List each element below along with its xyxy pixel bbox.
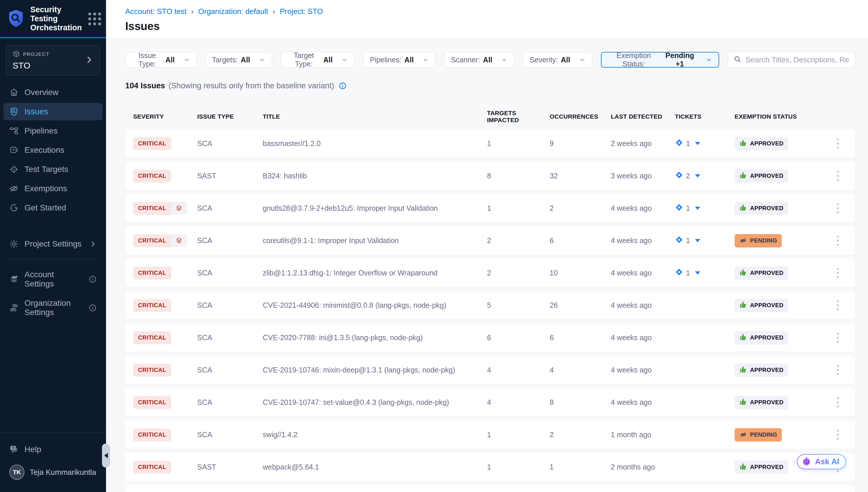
kebab-menu-icon [835,298,841,313]
breadcrumb-project-link[interactable]: Project: STO [280,7,323,16]
row-menu-button[interactable] [827,169,848,183]
chevron-down-icon [184,56,190,63]
user-menu[interactable]: TK Teja Kummarikuntla [3,460,103,485]
get-started-icon [9,203,19,213]
filter-target-type[interactable]: Target Type: All [281,52,354,68]
sidebar-item-label: Project Settings [24,239,82,249]
thumbs-up-icon [739,398,747,407]
filter-pipelines[interactable]: Pipelines: All [363,52,436,68]
table-row[interactable]: CRITICAL SCA zlib@1:1.2.13.dfsg-1: Integ… [125,259,855,287]
table-row[interactable]: CRITICAL SAST django@1.2 1 22 2 months a… [125,485,855,492]
table-row[interactable]: CRITICAL SCA gnutls28@3.7.9-2+deb12u5: I… [125,194,855,222]
issue-type: SCA [197,237,263,245]
issue-title: B324: hashlib [263,172,487,180]
sidebar-item-project-settings[interactable]: Project Settings [3,235,103,253]
jira-ticket-dropdown[interactable]: 1 [675,236,700,246]
chevron-right-icon [89,240,97,248]
sidebar-header: Security Testing Orchestration [0,0,106,38]
sidebar-item-help[interactable]: ? Help [3,441,103,458]
occurrences: 8 [550,398,611,407]
table-row[interactable]: CRITICAL SCA bassmaster//1.2.0 1 9 2 wee… [125,129,855,158]
table-row[interactable]: CRITICAL SAST B324: hashlib 8 32 3 weeks… [125,162,855,190]
row-menu-button[interactable] [827,136,848,151]
table-row[interactable]: CRITICAL SCA coreutils@9.1-1: Improper I… [125,226,855,255]
occurrences: 6 [550,334,611,342]
sidebar-item-account-settings[interactable]: Account Settings [3,266,103,293]
column-header-severity: SEVERITY [133,113,197,120]
sidebar-item-executions[interactable]: Executions [3,141,103,159]
exemption-status-badge: APPROVED [735,299,788,312]
filter-bar: Issue Type: All Targets: All Target Type… [125,52,855,68]
sidebar-item-overview[interactable]: Overview [3,84,103,101]
app-title: Security Testing Orchestration [30,5,82,32]
filter-scanner[interactable]: Scanner: All [444,52,514,68]
row-menu-button[interactable] [827,330,848,345]
table-row[interactable]: CRITICAL SCA swig//1.4.2 1 2 1 month ago… [125,421,855,449]
sto-shield-logo-icon [7,9,25,29]
breadcrumb-organization-link[interactable]: Organization: default [199,7,268,16]
project-selector[interactable]: PROJECT STO [6,45,100,75]
ask-ai-button[interactable]: Ask AI [797,454,846,469]
breadcrumb-separator: › [191,7,194,16]
sidebar-item-label: Get Started [24,203,66,213]
sidebar-item-pipelines[interactable]: Pipelines [3,122,103,140]
ticket-count: 1 [686,269,690,277]
sidebar-item-exemptions[interactable]: Exemptions [3,180,103,197]
row-menu-button[interactable] [827,201,848,216]
sidebar-item-issues[interactable]: Issues [3,103,103,120]
jira-ticket-dropdown[interactable]: 1 [675,268,700,278]
ticket-count: 1 [686,204,690,213]
row-menu-button[interactable] [827,427,848,442]
test-targets-icon [9,165,19,174]
sidebar-item-organization-settings[interactable]: Organization Settings [3,294,103,321]
exemption-status-badge: APPROVED [735,364,788,377]
sidebar-collapse-button[interactable] [102,444,110,468]
jira-ticket-dropdown[interactable]: 1 [675,139,700,149]
table-row[interactable]: CRITICAL SCA CVE-2019-10747: set-value@0… [125,388,855,417]
results-summary: 104 Issues (Showing results only from th… [125,81,855,90]
module-grid-icon[interactable] [87,11,102,26]
sidebar-item-get-started[interactable]: Get Started [3,199,103,217]
filter-exemption-status[interactable]: Exemption Status: Pending +1 [601,52,719,68]
info-icon[interactable] [339,82,347,90]
row-menu-button[interactable] [827,363,848,377]
row-menu-button[interactable] [827,266,848,280]
table-row[interactable]: CRITICAL SAST webpack@5.64.1 1 1 2 month… [125,453,855,481]
exemption-status-label: PENDING [750,432,777,438]
project-name: STO [12,60,85,71]
issue-type: SAST [197,172,263,180]
targets-impacted: 1 [487,430,550,439]
filter-issue-type[interactable]: Issue Type: All [125,52,196,68]
last-detected: 4 weeks ago [611,204,675,213]
occurrences: 10 [550,269,611,277]
breadcrumb-account-link[interactable]: Account: STO test [125,7,187,16]
table-row[interactable]: CRITICAL SCA CVE-2021-44906: minimist@0.… [125,291,855,319]
exemption-status-label: APPROVED [750,302,784,309]
chevron-down-icon [695,142,700,145]
severity-badge: CRITICAL [133,267,171,279]
chevron-down-icon [341,56,348,63]
exemption-status-label: APPROVED [750,140,784,147]
filter-targets[interactable]: Targets: All [205,52,272,68]
jira-ticket-dropdown[interactable]: 1 [675,203,700,213]
targets-impacted: 1 [487,139,550,148]
sidebar-item-label: Organization Settings [24,298,83,317]
table-row[interactable]: CRITICAL SCA CVE-2020-7788: ini@1.3.5 (l… [125,323,855,352]
jira-ticket-dropdown[interactable]: 2 [675,171,700,181]
exemption-status-label: APPROVED [750,367,784,373]
last-detected: 4 weeks ago [611,237,675,245]
row-menu-button[interactable] [827,395,848,410]
ai-robot-icon [801,457,812,467]
column-header-occurrences: OCCURRENCES [550,113,611,120]
issue-title: CVE-2020-7788: ini@1.3.5 (lang-pkgs, nod… [263,334,487,342]
issue-title: zlib@1:1.2.13.dfsg-1: Integer Overflow o… [263,269,487,277]
sidebar-item-test-targets[interactable]: Test Targets [3,161,103,178]
occurrences: 6 [550,237,611,245]
table-row[interactable]: CRITICAL SCA CVE-2019-10746: mixin-deep@… [125,356,855,384]
filter-severity[interactable]: Severity: All [523,52,592,68]
jira-icon [675,171,683,181]
row-menu-button[interactable] [827,233,848,248]
row-menu-button[interactable] [827,298,848,313]
search-input[interactable] [746,55,849,65]
kebab-menu-icon [835,169,841,183]
